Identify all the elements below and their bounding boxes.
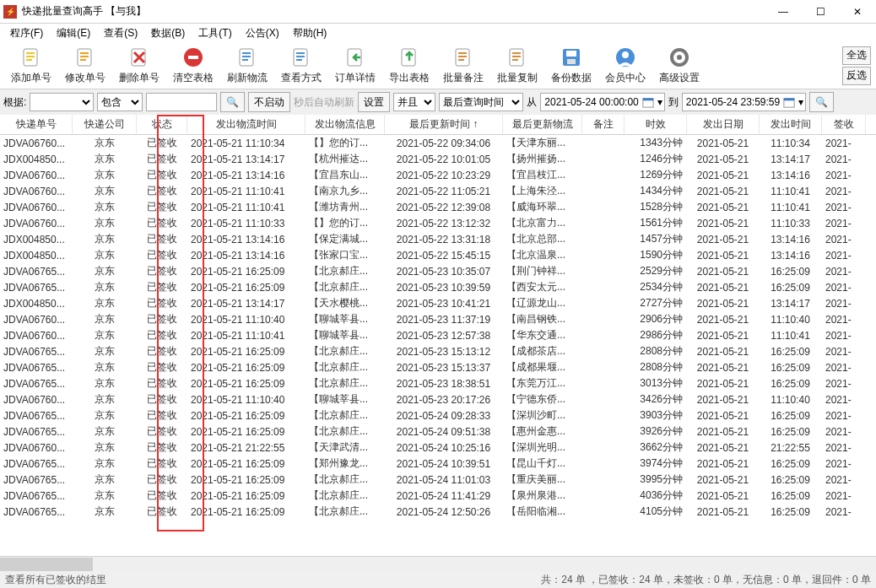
table-row[interactable]: JDX004850...京东已签收2021-05-21 13:14:16【保定满… — [0, 231, 876, 247]
table-row[interactable]: JDVA06765...京东已签收2021-05-21 16:25:09【北京郝… — [0, 407, 876, 423]
minimize-button[interactable]: — — [765, 0, 802, 24]
from-date-input[interactable]: 2021-05-24 00:00:00 ▾ — [540, 93, 664, 111]
cell: 已签收 — [137, 248, 187, 262]
filter-op-select[interactable]: 包含 — [97, 93, 143, 111]
disable-button[interactable]: 不启动 — [248, 92, 290, 112]
table-row[interactable]: JDVA06760...京东已签收2021-05-21 11:10:33【】您的… — [0, 215, 876, 231]
menu-item[interactable]: 查看(S) — [99, 24, 143, 42]
table-row[interactable]: JDVA06760...京东已签收2021-05-21 11:10:40【聊城莘… — [0, 391, 876, 407]
logic-select[interactable]: 并且 — [393, 93, 435, 111]
toolbar-gear-button[interactable]: 高级设置 — [653, 44, 706, 88]
toolbar-member-button[interactable]: 会员中心 — [599, 44, 652, 88]
column-header[interactable]: 备注 — [582, 115, 625, 134]
cell: 京东 — [73, 440, 137, 455]
table-row[interactable]: JDVA06765...京东已签收2021-05-21 16:25:09【北京郝… — [0, 263, 876, 279]
column-header[interactable]: 发出物流信息 — [306, 115, 385, 134]
column-header[interactable]: 发出日期 — [687, 115, 760, 134]
cell: 2021-05-24 09:28:33 — [385, 410, 503, 422]
toolbar-export-button[interactable]: 导出表格 — [383, 44, 435, 88]
menu-item[interactable]: 数据(B) — [146, 24, 190, 42]
table-row[interactable]: JDVA06765...京东已签收2021-05-21 16:25:09【北京郝… — [0, 375, 876, 391]
toolbar-clear-button[interactable]: 清空表格 — [167, 44, 219, 88]
cell: 16:25:09 — [760, 378, 822, 390]
column-header[interactable]: 签收 — [822, 115, 866, 134]
cell: 16:25:09 — [760, 474, 822, 486]
table-row[interactable]: JDX004850...京东已签收2021-05-21 13:14:16【张家口… — [0, 247, 876, 263]
table-row[interactable]: JDX004850...京东已签收2021-05-21 13:14:17【天水樱… — [0, 295, 876, 311]
filter-field-select[interactable] — [30, 93, 94, 111]
table-row[interactable]: JDVA06760...京东已签收2021-05-21 11:10:41【潍坊青… — [0, 199, 876, 215]
table-row[interactable]: JDX004850...京东已签收2021-05-21 13:14:17【杭州摧… — [0, 151, 876, 167]
menu-item[interactable]: 公告(X) — [241, 24, 284, 42]
select-all-button[interactable]: 全选 — [842, 46, 871, 65]
cell: 已签收 — [137, 136, 187, 150]
column-header[interactable]: 发出时间 — [760, 115, 822, 134]
to-date-input[interactable]: 2021-05-24 23:59:59 ▾ — [682, 93, 806, 111]
cell: 2021-05-23 11:37:19 — [385, 314, 503, 326]
cell: JDVA06765... — [0, 346, 73, 358]
toolbar-del-button[interactable]: 删除单号 — [113, 44, 165, 88]
cell: 已签收 — [137, 200, 187, 214]
cell: 1343分钟 — [625, 136, 687, 150]
toolbar-add-button[interactable]: 添加单号 — [5, 44, 57, 88]
go-button[interactable]: 🔍 — [809, 92, 834, 112]
cell: 2021-05-21 13:14:17 — [187, 298, 306, 310]
cell: 【华东交通... — [503, 328, 582, 343]
cell: 【宁德东侨... — [503, 392, 582, 407]
toolbar-save-button[interactable]: 备份数据 — [545, 44, 598, 88]
invert-selection-button[interactable]: 反选 — [842, 67, 871, 85]
close-button[interactable]: ✕ — [839, 0, 876, 24]
table-row[interactable]: JDVA06760...京东已签收2021-05-21 21:22:55【天津武… — [0, 440, 876, 456]
table-row[interactable]: JDVA06760...京东已签收2021-05-21 11:10:40【聊城莘… — [0, 311, 876, 327]
cell: 2021-05-24 11:01:03 — [385, 474, 503, 486]
cell: 【岳阳临湘... — [503, 504, 582, 519]
cell: 1590分钟 — [625, 248, 687, 262]
cell: 2808分钟 — [625, 360, 687, 375]
toolbar-refresh-button[interactable]: 刷新物流 — [221, 44, 273, 88]
column-header[interactable]: 最后更新物流 — [503, 115, 582, 134]
search-button[interactable]: 🔍 — [220, 92, 245, 112]
menu-item[interactable]: 程序(F) — [5, 24, 48, 42]
toolbar-edit-button[interactable]: 修改单号 — [59, 44, 111, 88]
cell: 【南昌钢铁... — [503, 312, 582, 326]
svg-rect-27 — [512, 56, 521, 57]
lastquery-select[interactable]: 最后查询时间 — [439, 93, 523, 111]
column-header[interactable]: 快递公司 — [73, 115, 137, 134]
table-row[interactable]: JDVA06760...京东已签收2021-05-21 11:10:41【聊城莘… — [0, 327, 876, 343]
column-header[interactable]: 时效 — [625, 115, 687, 134]
toolbar-label: 清空表格 — [173, 71, 214, 85]
table-row[interactable]: JDVA06765...京东已签收2021-05-21 16:25:09【北京郝… — [0, 504, 876, 520]
toolbar-note-button[interactable]: 批量备注 — [437, 44, 489, 88]
svg-rect-10 — [188, 56, 198, 59]
filter-value-input[interactable] — [146, 93, 217, 111]
cell: 2021-05-22 10:01:05 — [385, 154, 503, 165]
calendar-icon — [783, 96, 795, 108]
settings-button[interactable]: 设置 — [358, 92, 390, 112]
table-row[interactable]: JDVA06760...京东已签收2021-05-21 13:14:16【宜昌东… — [0, 167, 876, 183]
table-row[interactable]: JDVA06765...京东已签收2021-05-21 16:25:09【北京郝… — [0, 488, 876, 504]
cell: 2021-05-21 21:22:55 — [187, 442, 306, 454]
menu-item[interactable]: 编辑(E) — [51, 24, 95, 42]
toolbar-copy-button[interactable]: 批量复制 — [491, 44, 543, 88]
table-row[interactable]: JDVA06765...京东已签收2021-05-21 16:25:09【北京郝… — [0, 423, 876, 440]
cell: 2021-05-21 — [687, 410, 760, 422]
column-header[interactable]: 快递单号 — [0, 115, 73, 134]
column-header[interactable]: 发出物流时间 — [187, 115, 306, 134]
cell: 【宜昌枝江... — [503, 168, 582, 182]
table-row[interactable]: JDVA06765...京东已签收2021-05-21 16:25:09【郑州豫… — [0, 456, 876, 472]
toolbar-detail-button[interactable]: 订单详情 — [329, 44, 381, 88]
table-row[interactable]: JDVA06765...京东已签收2021-05-21 16:25:09【北京郝… — [0, 279, 876, 295]
cell: 13:14:16 — [760, 250, 822, 262]
table-row[interactable]: JDVA06765...京东已签收2021-05-21 16:25:09【北京郝… — [0, 343, 876, 359]
column-header[interactable]: 状态 — [137, 115, 187, 134]
table-row[interactable]: JDVA06760...京东已签收2021-05-21 11:10:34【】您的… — [0, 135, 876, 151]
menu-item[interactable]: 工具(T) — [193, 24, 236, 42]
horizontal-scrollbar[interactable] — [0, 556, 876, 571]
table-row[interactable]: JDVA06760...京东已签收2021-05-21 11:10:41【南京九… — [0, 183, 876, 199]
table-row[interactable]: JDVA06765...京东已签收2021-05-21 16:25:09【北京郝… — [0, 472, 876, 488]
table-row[interactable]: JDVA06765...京东已签收2021-05-21 16:25:09【北京郝… — [0, 359, 876, 375]
column-header[interactable]: 最后更新时间 ↑ — [385, 115, 503, 134]
menu-item[interactable]: 帮助(H) — [288, 24, 333, 42]
maximize-button[interactable]: ☐ — [802, 0, 839, 24]
toolbar-view-button[interactable]: 查看方式 — [275, 44, 327, 88]
